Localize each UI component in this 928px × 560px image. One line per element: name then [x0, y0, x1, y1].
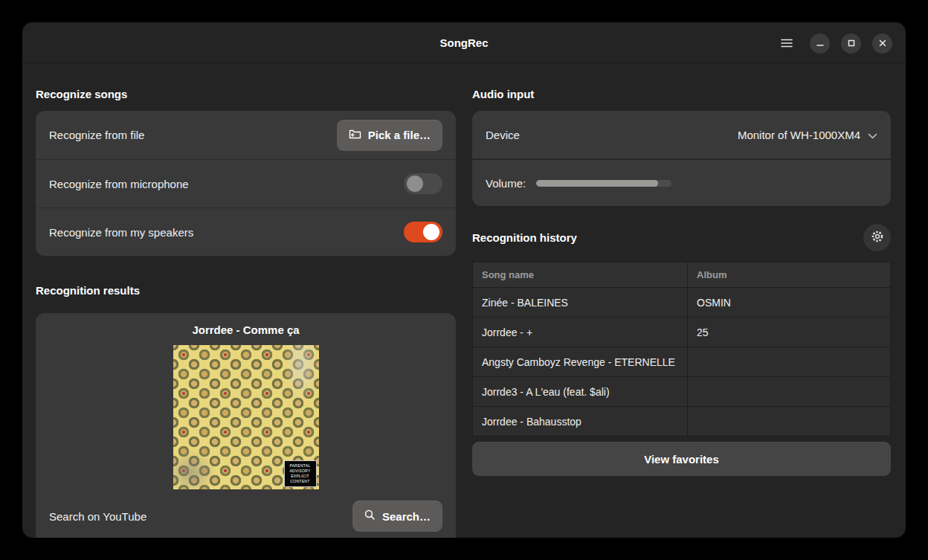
recognize-from-file-label: Recognize from file	[49, 129, 144, 141]
history-song-cell[interactable]: Jorrdee - Bahausstop	[473, 407, 688, 437]
minimize-button[interactable]	[810, 33, 830, 54]
search-on-youtube-row: Search on YouTube Search…	[36, 495, 456, 538]
search-icon	[364, 509, 376, 523]
history-song-cell[interactable]: Jorrde3 - A L'eau (feat. $ali)	[473, 377, 688, 407]
history-row[interactable]: Angsty Camboyz Revenge - ETERNELLE	[473, 347, 891, 377]
pick-file-button[interactable]: Pick a file…	[337, 120, 442, 151]
history-album-cell[interactable]	[688, 347, 891, 377]
maximize-icon	[848, 39, 855, 47]
recognize-from-microphone-label: Recognize from microphone	[49, 178, 189, 190]
audio-input-heading: Audio input	[472, 88, 891, 100]
history-row[interactable]: Jorrdee - Bahausstop	[473, 407, 891, 437]
device-dropdown-value: Monitor of WH-1000XM4	[738, 129, 860, 141]
history-row[interactable]: Zinée - BALEINES OSMIN	[473, 288, 891, 318]
column-header-song-name[interactable]: Song name	[473, 263, 688, 288]
youtube-search-button-label: Search…	[382, 510, 431, 523]
window-controls	[775, 22, 892, 64]
device-row: Device Monitor of WH-1000XM4	[472, 111, 891, 158]
recognition-results-heading: Recognition results	[36, 284, 456, 297]
history-album-cell[interactable]	[688, 377, 891, 407]
folder-plus-icon	[349, 129, 361, 141]
chevron-down-icon	[868, 129, 877, 141]
close-icon	[879, 39, 886, 47]
recognize-from-speakers-row: Recognize from my speakers	[36, 207, 456, 256]
recognize-songs-heading: Recognize songs	[36, 88, 456, 100]
minimize-icon	[816, 39, 824, 47]
recognition-history-table: Song name Album Zinée - BALEINES OSMIN J…	[472, 262, 891, 437]
recognize-from-speakers-label: Recognize from my speakers	[49, 226, 193, 239]
volume-fill	[536, 180, 658, 187]
maximize-button[interactable]	[841, 33, 861, 54]
volume-label: Volume:	[486, 177, 526, 190]
history-settings-button[interactable]	[863, 224, 891, 251]
history-album-cell[interactable]	[688, 407, 891, 437]
hamburger-icon	[781, 39, 793, 48]
songrec-window: SongRec	[22, 22, 906, 538]
volume-row: Volume:	[472, 158, 891, 206]
youtube-search-button[interactable]: Search…	[352, 501, 442, 532]
menu-button[interactable]	[775, 31, 799, 55]
gear-icon	[871, 230, 884, 245]
album-art: PARENTAL ADVISORY EXPLICIT CONTENT	[173, 345, 319, 489]
speakers-toggle[interactable]	[404, 222, 442, 242]
microphone-toggle[interactable]	[404, 173, 442, 194]
advisory-line: ADVISORY	[286, 469, 315, 474]
recognition-history-header: Recognition history	[472, 224, 891, 251]
view-favorites-button[interactable]: View favorites	[472, 442, 891, 476]
audio-input-card: Device Monitor of WH-1000XM4 Volume:	[472, 111, 891, 206]
column-header-album[interactable]: Album	[688, 263, 891, 288]
history-album-cell[interactable]: OSMIN	[688, 288, 891, 318]
device-dropdown[interactable]: Monitor of WH-1000XM4	[738, 129, 877, 141]
advisory-line: EXPLICIT CONTENT	[286, 474, 315, 484]
history-song-cell[interactable]: Jorrdee - +	[473, 318, 688, 347]
history-header-row: Song name Album	[473, 263, 891, 288]
headerbar: SongRec	[22, 22, 906, 64]
close-button[interactable]	[872, 33, 892, 54]
history-album-cell[interactable]: 25	[688, 318, 891, 347]
right-column: Audio input Device Monitor of WH-1000XM4…	[472, 64, 891, 538]
speakers-toggle-knob	[423, 224, 439, 240]
volume-wrap: Volume:	[486, 177, 877, 190]
volume-level-bar	[536, 180, 671, 187]
recognize-card: Recognize from file Pick a file… Recogni…	[36, 111, 456, 256]
microphone-toggle-knob	[407, 176, 423, 192]
history-song-cell[interactable]: Angsty Camboyz Revenge - ETERNELLE	[473, 347, 688, 377]
advisory-line: PARENTAL	[286, 463, 315, 469]
parental-advisory-label: PARENTAL ADVISORY EXPLICIT CONTENT	[284, 460, 317, 487]
recognition-results-card: Jorrdee - Comme ça PARENTAL ADVISORY EXP…	[36, 313, 456, 538]
window-title: SongRec	[439, 36, 488, 49]
history-song-cell[interactable]: Zinée - BALEINES	[473, 288, 688, 318]
recognize-from-file-row: Recognize from file Pick a file…	[36, 111, 456, 159]
search-on-youtube-label: Search on YouTube	[49, 510, 146, 523]
recognition-history-heading: Recognition history	[472, 231, 577, 244]
left-column: Recognize songs Recognize from file Pick…	[36, 64, 456, 538]
device-label: Device	[486, 129, 520, 141]
pick-file-button-label: Pick a file…	[368, 129, 431, 141]
recognize-from-microphone-row: Recognize from microphone	[36, 159, 456, 207]
main-content: Recognize songs Recognize from file Pick…	[22, 64, 906, 538]
recognized-song-title: Jorrdee - Comme ça	[36, 324, 456, 336]
history-row[interactable]: Jorrdee - + 25	[473, 318, 891, 347]
history-row[interactable]: Jorrde3 - A L'eau (feat. $ali)	[473, 377, 891, 407]
